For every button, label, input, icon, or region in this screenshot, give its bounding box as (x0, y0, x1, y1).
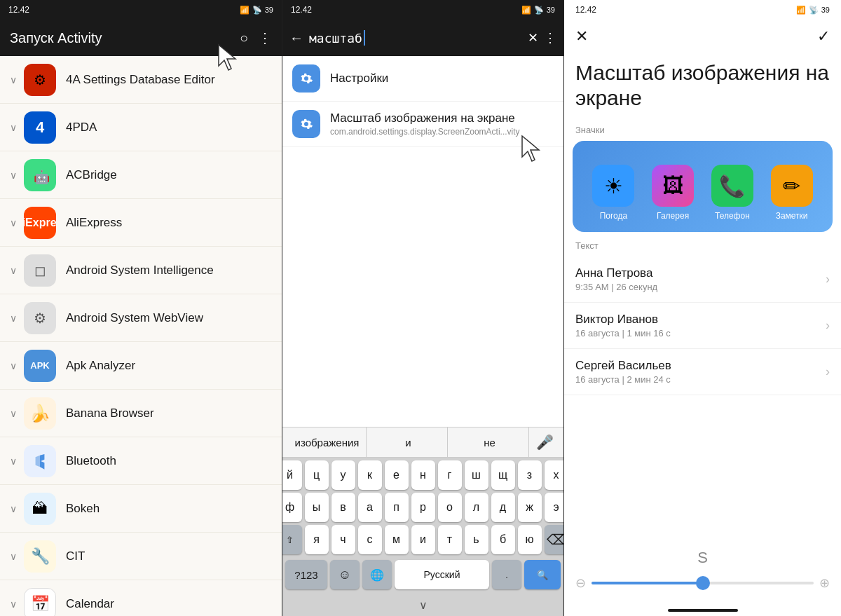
app-list[interactable]: ∨ ⚙ 4A Settings Database Editor ∨ 4 4PDA… (0, 56, 282, 616)
suggest-3[interactable]: не (451, 427, 529, 457)
key-ф[interactable]: ф (282, 493, 302, 522)
list-item[interactable]: ∨ Bluetooth (0, 437, 282, 485)
status-time-3: 12.42 (575, 5, 596, 15)
search-bar: ← масштаб ✕ ⋮ (282, 20, 563, 56)
key-ю[interactable]: ю (518, 525, 542, 554)
chevron-icon: ∨ (10, 456, 17, 467)
list-item[interactable]: ∨ ⚙ 4A Settings Database Editor (0, 56, 282, 104)
key-space[interactable]: Русский (395, 560, 489, 589)
gallery-icon-preview: 🖼 (652, 165, 694, 207)
key-т[interactable]: т (438, 525, 462, 554)
key-х[interactable]: х (545, 460, 564, 490)
slider-track[interactable] (592, 582, 814, 584)
key-emoji[interactable]: ☺ (330, 560, 360, 589)
svg-text:🤖: 🤖 (34, 169, 50, 185)
section-text-label: Текст (564, 232, 841, 256)
key-е[interactable]: е (385, 460, 409, 490)
chevron-right-1: › (826, 272, 830, 287)
search-icon[interactable]: ○ (240, 30, 248, 46)
key-ь[interactable]: ь (465, 525, 488, 554)
key-shift[interactable]: ⇧ (282, 525, 302, 554)
list-item[interactable]: ∨ 🍌 Banana Browser (0, 390, 282, 437)
chevron-icon: ∨ (10, 265, 17, 276)
key-й[interactable]: й (282, 460, 302, 490)
notes-icon-preview: ✏ (771, 165, 813, 207)
app-name: Banana Browser (66, 406, 154, 420)
key-э[interactable]: э (545, 493, 564, 522)
key-щ[interactable]: щ (491, 460, 515, 490)
key-л[interactable]: л (465, 493, 488, 522)
close-button[interactable]: ✕ (575, 27, 588, 46)
key-а[interactable]: а (358, 493, 382, 522)
result-title-zoom: Масштаб изображения на экране (330, 111, 520, 125)
key-р[interactable]: р (411, 493, 435, 522)
p3-top-bar: ✕ ✓ (564, 20, 841, 53)
result-item-settings[interactable]: Настройки (282, 56, 563, 102)
keyboard-bottom-row: ?123 ☺ 🌐 Русский . 🔍 (282, 557, 563, 594)
key-и[interactable]: и (411, 525, 435, 554)
contact-name-3: Сергей Васильев (575, 359, 826, 373)
text-item-1[interactable]: Анна Петрова 9:35 AM | 26 секунд › (564, 256, 841, 303)
key-п[interactable]: п (385, 493, 409, 522)
list-item[interactable]: ∨ ◻ Android System Intelligence (0, 247, 282, 294)
slider-min-icon: ⊖ (575, 575, 586, 591)
app-name: CIT (66, 549, 85, 563)
more-options-icon[interactable]: ⋮ (258, 29, 272, 46)
slider-thumb[interactable] (696, 576, 710, 590)
slider-label: S (697, 549, 708, 567)
text-item-3[interactable]: Сергей Васильев 16 августа | 2 мин 24 с … (564, 349, 841, 395)
app-icon (24, 445, 56, 477)
key-с[interactable]: с (358, 525, 382, 554)
key-я[interactable]: я (305, 525, 329, 554)
chevron-icon: ∨ (10, 503, 17, 514)
list-item[interactable]: ∨ ⚙ Android System WebView (0, 294, 282, 342)
key-search[interactable]: 🔍 (524, 560, 561, 589)
chevron-icon: ∨ (10, 313, 17, 324)
signal-icon-3: 📶 (796, 6, 806, 15)
list-item[interactable]: ∨ 🏔 Bokeh (0, 485, 282, 533)
confirm-button[interactable]: ✓ (817, 27, 830, 46)
key-м[interactable]: м (385, 525, 409, 554)
list-item[interactable]: ∨ AliExpress AliExpress (0, 199, 282, 247)
key-о[interactable]: о (438, 493, 462, 522)
status-bar-2: 12.42 📶 📡 39 (282, 0, 563, 20)
mic-icon[interactable]: 🎤 (532, 434, 558, 451)
key-б[interactable]: б (491, 525, 515, 554)
preview-gallery: 🖼 Галерея (652, 165, 694, 221)
keyboard-suggestions: изображения и не 🎤 (282, 427, 563, 458)
key-backspace[interactable]: ⌫ (545, 525, 564, 554)
suggest-2[interactable]: и (369, 427, 448, 457)
chevron-icon: ∨ (10, 170, 17, 181)
key-в[interactable]: в (331, 493, 355, 522)
key-к[interactable]: к (358, 460, 382, 490)
key-ы[interactable]: ы (305, 493, 329, 522)
key-ж[interactable]: ж (518, 493, 542, 522)
list-item[interactable]: ∨ 🔧 CIT (0, 533, 282, 580)
key-з[interactable]: з (518, 460, 542, 490)
list-item[interactable]: ∨ 📅 Calendar (0, 580, 282, 616)
back-button[interactable]: ← (289, 30, 303, 46)
keyboard-hide-button[interactable]: ∨ (282, 594, 563, 616)
result-item-zoom[interactable]: Масштаб изображения на экране com.androi… (282, 102, 563, 147)
suggest-1[interactable]: изображения (288, 427, 367, 457)
key-ш[interactable]: ш (465, 460, 488, 490)
key-н[interactable]: н (411, 460, 435, 490)
results-empty-area (282, 147, 563, 427)
app-icon: 🏔 (24, 493, 56, 525)
list-item[interactable]: ∨ 4 4PDA (0, 104, 282, 151)
key-ц[interactable]: ц (305, 460, 329, 490)
list-item[interactable]: ∨ APK Apk Analyzer (0, 342, 282, 390)
key-period[interactable]: . (492, 560, 521, 589)
text-item-2[interactable]: Виктор Иванов 16 августа | 1 мин 16 с › (564, 303, 841, 349)
app-name: Calendar (66, 597, 114, 611)
key-г[interactable]: г (438, 460, 462, 490)
battery-2: 39 (547, 6, 555, 14)
key-ч[interactable]: ч (331, 525, 355, 554)
more-options-button[interactable]: ⋮ (544, 30, 556, 46)
key-у[interactable]: у (331, 460, 355, 490)
key-num[interactable]: ?123 (285, 560, 327, 589)
list-item[interactable]: ∨ 🤖 ACBridge (0, 151, 282, 199)
clear-search-button[interactable]: ✕ (528, 30, 538, 46)
key-д[interactable]: д (491, 493, 515, 522)
key-lang[interactable]: 🌐 (362, 560, 392, 589)
